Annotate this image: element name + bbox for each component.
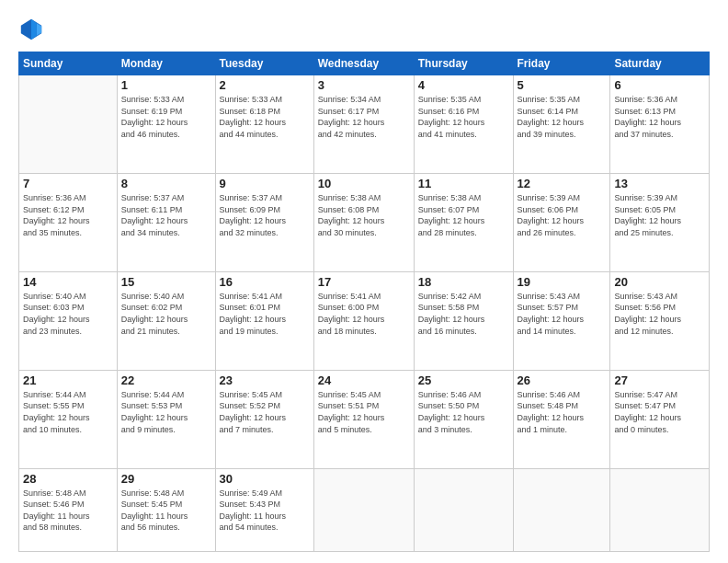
day-number: 15 [121,275,211,289]
day-number: 19 [518,275,607,289]
day-info: Sunrise: 5:33 AM Sunset: 6:18 PM Dayligh… [220,94,310,140]
day-cell: 20Sunrise: 5:43 AM Sunset: 5:56 PM Dayli… [610,271,710,370]
day-number: 6 [614,78,705,92]
weekday-header-friday: Friday [513,52,610,75]
day-number: 4 [418,78,509,92]
calendar-header: SundayMondayTuesdayWednesdayThursdayFrid… [19,52,710,75]
day-info: Sunrise: 5:44 AM Sunset: 5:55 PM Dayligh… [23,389,113,435]
day-number: 24 [318,373,410,387]
day-number: 12 [518,177,607,190]
weekday-header-sunday: Sunday [19,52,118,75]
day-cell [513,468,610,551]
svg-marker-1 [37,23,42,36]
day-info: Sunrise: 5:35 AM Sunset: 6:14 PM Dayligh… [518,94,607,140]
day-info: Sunrise: 5:41 AM Sunset: 6:00 PM Dayligh… [318,291,410,337]
day-cell: 23Sunrise: 5:45 AM Sunset: 5:52 PM Dayli… [215,370,313,468]
calendar-body: 1Sunrise: 5:33 AM Sunset: 6:19 PM Daylig… [19,75,710,552]
day-number: 16 [220,275,310,289]
day-info: Sunrise: 5:43 AM Sunset: 5:57 PM Dayligh… [518,291,607,337]
day-cell: 29Sunrise: 5:48 AM Sunset: 5:45 PM Dayli… [117,468,215,551]
week-row-1: 1Sunrise: 5:33 AM Sunset: 6:19 PM Daylig… [19,75,710,174]
day-cell: 19Sunrise: 5:43 AM Sunset: 5:57 PM Dayli… [513,271,610,370]
day-number: 30 [220,472,310,486]
day-info: Sunrise: 5:44 AM Sunset: 5:53 PM Dayligh… [121,389,211,435]
day-number: 22 [121,373,211,387]
logo [18,17,48,42]
day-number: 18 [418,275,509,289]
day-info: Sunrise: 5:47 AM Sunset: 5:47 PM Dayligh… [614,389,705,435]
day-cell: 11Sunrise: 5:38 AM Sunset: 6:07 PM Dayli… [414,173,513,271]
day-info: Sunrise: 5:37 AM Sunset: 6:09 PM Dayligh… [220,192,310,238]
day-info: Sunrise: 5:34 AM Sunset: 6:17 PM Dayligh… [318,94,410,140]
day-number: 3 [318,78,410,92]
day-number: 11 [418,177,509,190]
weekday-header-tuesday: Tuesday [215,52,313,75]
day-info: Sunrise: 5:37 AM Sunset: 6:11 PM Dayligh… [121,192,211,238]
day-number: 20 [614,275,705,289]
day-cell: 22Sunrise: 5:44 AM Sunset: 5:53 PM Dayli… [117,370,215,468]
day-info: Sunrise: 5:48 AM Sunset: 5:45 PM Dayligh… [121,488,211,534]
day-info: Sunrise: 5:38 AM Sunset: 6:08 PM Dayligh… [318,192,410,238]
day-cell: 7Sunrise: 5:36 AM Sunset: 6:12 PM Daylig… [19,173,118,271]
day-info: Sunrise: 5:39 AM Sunset: 6:06 PM Dayligh… [518,192,607,238]
day-cell: 21Sunrise: 5:44 AM Sunset: 5:55 PM Dayli… [19,370,118,468]
day-cell: 10Sunrise: 5:38 AM Sunset: 6:08 PM Dayli… [313,173,414,271]
day-info: Sunrise: 5:40 AM Sunset: 6:03 PM Dayligh… [23,291,113,337]
day-number: 25 [418,373,509,387]
day-cell: 3Sunrise: 5:34 AM Sunset: 6:17 PM Daylig… [313,75,414,174]
day-number: 28 [23,472,113,486]
day-info: Sunrise: 5:41 AM Sunset: 6:01 PM Dayligh… [220,291,310,337]
day-info: Sunrise: 5:43 AM Sunset: 5:56 PM Dayligh… [614,291,705,337]
day-cell: 15Sunrise: 5:40 AM Sunset: 6:02 PM Dayli… [117,271,215,370]
day-info: Sunrise: 5:40 AM Sunset: 6:02 PM Dayligh… [121,291,211,337]
weekday-header-monday: Monday [117,52,215,75]
week-row-5: 28Sunrise: 5:48 AM Sunset: 5:46 PM Dayli… [19,468,710,551]
day-cell: 28Sunrise: 5:48 AM Sunset: 5:46 PM Dayli… [19,468,118,551]
page: SundayMondayTuesdayWednesdayThursdayFrid… [0,0,728,563]
logo-icon [18,17,44,42]
day-cell [19,75,118,174]
week-row-4: 21Sunrise: 5:44 AM Sunset: 5:55 PM Dayli… [19,370,710,468]
day-info: Sunrise: 5:45 AM Sunset: 5:52 PM Dayligh… [220,389,310,435]
calendar: SundayMondayTuesdayWednesdayThursdayFrid… [18,52,710,552]
day-cell: 27Sunrise: 5:47 AM Sunset: 5:47 PM Dayli… [610,370,710,468]
header [18,17,710,42]
day-info: Sunrise: 5:36 AM Sunset: 6:12 PM Dayligh… [23,192,113,238]
day-number: 10 [318,177,410,190]
day-cell [610,468,710,551]
day-cell: 12Sunrise: 5:39 AM Sunset: 6:06 PM Dayli… [513,173,610,271]
day-cell: 2Sunrise: 5:33 AM Sunset: 6:18 PM Daylig… [215,75,313,174]
day-number: 8 [121,177,211,190]
day-number: 21 [23,373,113,387]
weekday-header-saturday: Saturday [610,52,710,75]
weekday-row: SundayMondayTuesdayWednesdayThursdayFrid… [19,52,710,75]
week-row-2: 7Sunrise: 5:36 AM Sunset: 6:12 PM Daylig… [19,173,710,271]
day-info: Sunrise: 5:38 AM Sunset: 6:07 PM Dayligh… [418,192,509,238]
day-cell: 16Sunrise: 5:41 AM Sunset: 6:01 PM Dayli… [215,271,313,370]
week-row-3: 14Sunrise: 5:40 AM Sunset: 6:03 PM Dayli… [19,271,710,370]
day-cell: 25Sunrise: 5:46 AM Sunset: 5:50 PM Dayli… [414,370,513,468]
day-info: Sunrise: 5:39 AM Sunset: 6:05 PM Dayligh… [614,192,705,238]
day-number: 7 [23,177,113,190]
day-number: 5 [518,78,607,92]
day-number: 27 [614,373,705,387]
day-cell: 18Sunrise: 5:42 AM Sunset: 5:58 PM Dayli… [414,271,513,370]
day-info: Sunrise: 5:33 AM Sunset: 6:19 PM Dayligh… [121,94,211,140]
day-number: 1 [121,78,211,92]
day-cell: 9Sunrise: 5:37 AM Sunset: 6:09 PM Daylig… [215,173,313,271]
day-number: 2 [220,78,310,92]
day-cell: 1Sunrise: 5:33 AM Sunset: 6:19 PM Daylig… [117,75,215,174]
day-info: Sunrise: 5:35 AM Sunset: 6:16 PM Dayligh… [418,94,509,140]
day-info: Sunrise: 5:46 AM Sunset: 5:48 PM Dayligh… [518,389,607,435]
day-info: Sunrise: 5:46 AM Sunset: 5:50 PM Dayligh… [418,389,509,435]
day-cell: 5Sunrise: 5:35 AM Sunset: 6:14 PM Daylig… [513,75,610,174]
day-number: 17 [318,275,410,289]
day-info: Sunrise: 5:42 AM Sunset: 5:58 PM Dayligh… [418,291,509,337]
day-cell: 14Sunrise: 5:40 AM Sunset: 6:03 PM Dayli… [19,271,118,370]
day-number: 29 [121,472,211,486]
day-number: 14 [23,275,113,289]
day-cell: 4Sunrise: 5:35 AM Sunset: 6:16 PM Daylig… [414,75,513,174]
day-number: 13 [614,177,705,190]
day-info: Sunrise: 5:48 AM Sunset: 5:46 PM Dayligh… [23,488,113,534]
day-cell: 13Sunrise: 5:39 AM Sunset: 6:05 PM Dayli… [610,173,710,271]
